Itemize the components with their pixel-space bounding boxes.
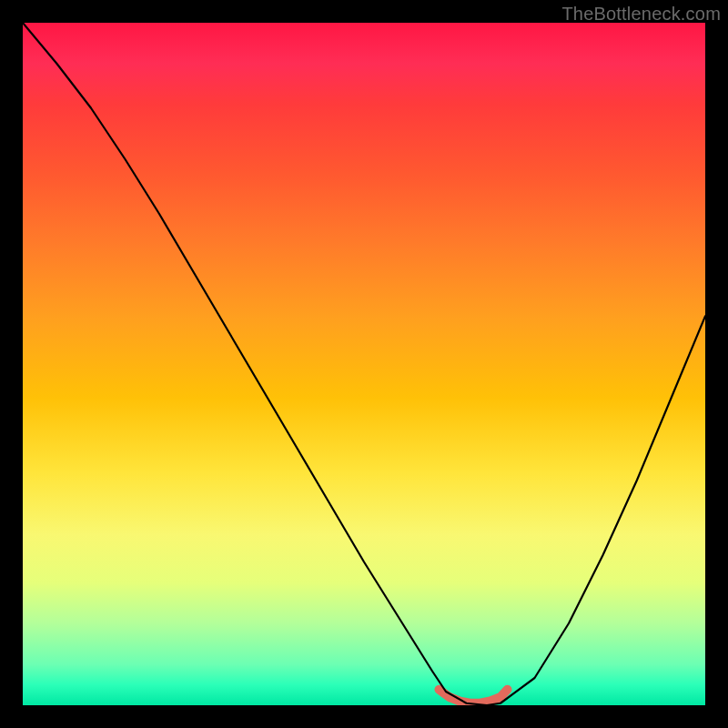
curve-line xyxy=(23,23,705,705)
watermark-text: TheBottleneck.com xyxy=(561,4,721,25)
optimal-range-marker xyxy=(440,690,508,703)
plot-area xyxy=(23,23,705,705)
chart-frame: TheBottleneck.com xyxy=(0,0,728,728)
chart-svg xyxy=(23,23,705,705)
